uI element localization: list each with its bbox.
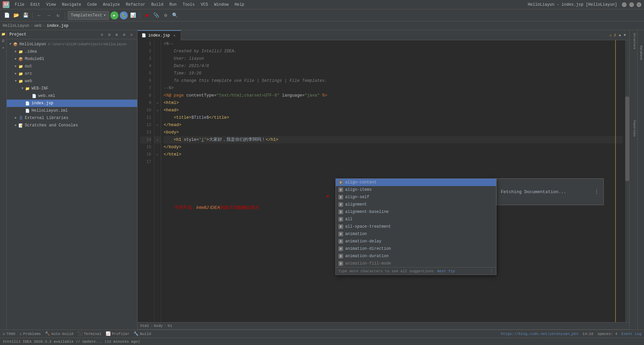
scroll-from-source-button[interactable]: ⊙	[99, 32, 105, 38]
menu-window[interactable]: Window	[211, 2, 231, 8]
ac-item-10[interactable]: p animation-duration	[336, 252, 496, 260]
menu-vcs[interactable]: VCS	[198, 2, 211, 8]
ac-item-0[interactable]: p align-content	[336, 179, 496, 186]
minimize-button[interactable]: —	[622, 2, 627, 7]
coverage-button[interactable]: 📊	[129, 11, 137, 19]
vscroll-thumb[interactable]	[625, 97, 629, 181]
ac-item-6[interactable]: p all-space-treatment	[336, 223, 496, 230]
ac-footer-menu-icon[interactable]: ⋮	[490, 269, 493, 273]
tree-out[interactable]: ► 📁 out	[7, 63, 137, 70]
main-area: 📁 ☰ ★ Project ⊙ ⊟ ⊞ ⚙ ✕ ▼ 📦 HelloLiayun …	[0, 30, 644, 330]
scroll-down-icon[interactable]: ▼	[623, 33, 627, 38]
tree-webxml[interactable]: ► 📄 web.xml	[7, 92, 137, 100]
breadcrumb-web[interactable]: web	[34, 23, 42, 28]
tree-webinf[interactable]: ▼ 📁 WEB-INF	[7, 85, 137, 92]
ac-item-2[interactable]: p align-self	[336, 193, 496, 201]
tree-src[interactable]: ► 📁 src	[7, 70, 137, 77]
tree-ext-libs[interactable]: ► 🗄 External Libraries	[7, 114, 137, 122]
forward-button[interactable]: →	[45, 11, 53, 19]
event-log-button[interactable]: Event Log	[622, 332, 641, 336]
tree-scratches[interactable]: ► 📝 Scratches and Consoles	[7, 122, 137, 129]
run-config-dropdown[interactable]: TemplatesTest ▾	[68, 11, 109, 20]
menu-edit[interactable]: Edit	[28, 2, 43, 8]
menu-tools[interactable]: Tools	[180, 2, 198, 8]
tree-web[interactable]: ▼ 📁 web	[7, 77, 137, 85]
ac-item-4[interactable]: p alignment-baseline	[336, 208, 496, 216]
menu-analyze[interactable]: Analyze	[100, 2, 122, 8]
debug-button[interactable]: 🐛	[120, 11, 128, 19]
menu-navigate[interactable]: Navigate	[59, 2, 84, 8]
terminal-button[interactable]: ⬛ Terminal	[77, 331, 102, 336]
todo-button[interactable]: ☑ TODO	[3, 331, 15, 336]
status-link[interactable]: https://blog.csdn.net/yerenyuan_pkn	[501, 332, 578, 336]
left-sidebar-icons: 📁 ☰ ★	[0, 30, 7, 330]
collapse-all-button[interactable]: ⊟	[106, 32, 112, 38]
expand-all-button[interactable]: ⊞	[114, 32, 120, 38]
menu-code[interactable]: Code	[85, 2, 100, 8]
editor-vscroll[interactable]	[625, 40, 629, 322]
next-tip-button[interactable]: Next Tip	[437, 269, 455, 273]
back-button[interactable]: ←	[35, 11, 43, 19]
menu-refactor[interactable]: Refactor	[123, 2, 148, 8]
path-body[interactable]: body	[154, 324, 163, 328]
tree-root[interactable]: ▼ 📦 HelloLiayun C:\Users\32120\IdeaProje…	[7, 41, 137, 48]
path-html[interactable]: html	[140, 324, 149, 328]
tree-indexjsp[interactable]: ► 📄 index.jsp	[7, 100, 137, 107]
save-button[interactable]: 💾	[21, 11, 30, 19]
ac-item-7[interactable]: p animation	[336, 230, 496, 238]
settings-button[interactable]: ⚙	[162, 11, 170, 19]
profiler-button[interactable]: 📈 Profiler	[106, 331, 130, 336]
menu-run[interactable]: Run	[167, 2, 179, 8]
structure-icon[interactable]: ☰	[1, 38, 6, 44]
favorites-icon[interactable]: ★	[1, 45, 6, 50]
structure-panel-button[interactable]: Structure	[630, 32, 637, 51]
ac-item-5[interactable]: p all	[336, 216, 496, 223]
menu-build[interactable]: Build	[149, 2, 166, 8]
ac-item-3[interactable]: p alignment	[336, 201, 496, 208]
editor-content[interactable]: 1 2 3 4 5 6 7 8 9 10 11 12 13 14 15 16 1…	[138, 40, 629, 322]
close-panel-button[interactable]: ✕	[128, 32, 135, 38]
tree-module01[interactable]: ► 📦 Module01	[7, 55, 137, 63]
close-button[interactable]: ✕	[637, 2, 641, 7]
run-button[interactable]: ▶	[110, 11, 118, 19]
search-everywhere-button[interactable]: 🔍	[171, 11, 179, 19]
stop-button[interactable]: ◼	[143, 11, 151, 19]
auto-build-button[interactable]: 🔨 Auto-build	[45, 331, 73, 336]
build-button[interactable]: 🔧 Build	[133, 331, 151, 336]
doc-panel-menu-icon[interactable]: ⋮	[594, 188, 599, 195]
project-panel-icon[interactable]: 📁	[1, 32, 6, 37]
open-button[interactable]: 📂	[12, 11, 20, 19]
database-panel-label[interactable]: Database	[639, 44, 643, 62]
code-editor[interactable]: <%-- Created by IntelliJ IDEA. User: lia…	[161, 40, 625, 322]
scroll-up-icon[interactable]: ▲	[618, 33, 622, 38]
tab-close-button[interactable]: ✕	[172, 33, 177, 38]
maximize-button[interactable]: □	[629, 2, 634, 7]
project-settings-button[interactable]: ⚙	[121, 32, 127, 38]
code-line-8: <%@ page contentType="text/html;charset=…	[164, 92, 623, 99]
dropdown-arrow-icon: ▾	[104, 13, 106, 18]
ac-item-11[interactable]: p animation-fill-mode	[336, 260, 496, 267]
path-h1[interactable]: h1	[168, 324, 172, 328]
menu-file[interactable]: File	[12, 2, 27, 8]
new-file-button[interactable]: 📄	[3, 11, 11, 19]
tree-idea[interactable]: ► 📁 .idea	[7, 48, 137, 55]
ac-item-1[interactable]: p align-items	[336, 186, 496, 193]
attach-button[interactable]: 📎	[152, 11, 160, 19]
terminal-label: Terminal	[84, 332, 102, 336]
breadcrumb-file[interactable]: index.jsp	[47, 23, 68, 28]
warnings-badge[interactable]: ⚠ 2	[609, 32, 617, 38]
ac-item-8[interactable]: p animation-delay	[336, 238, 496, 245]
ac-item-9[interactable]: p animation-direction	[336, 245, 496, 252]
breadcrumb-project[interactable]: HelloLiayun	[3, 23, 29, 28]
status-bar: ☑ TODO ⚠ Problems 🔨 Auto-build ⬛ Termina…	[0, 330, 644, 338]
menu-view[interactable]: View	[44, 2, 59, 8]
tree-iml[interactable]: ► 📄 HelloLiayun.iml	[7, 107, 137, 114]
ac-label-4: alignment-baseline	[345, 210, 389, 214]
problems-button[interactable]: ⚠ Problems	[19, 331, 41, 336]
refresh-button[interactable]: ↻	[54, 11, 62, 19]
menu-help[interactable]: Help	[232, 2, 247, 8]
tab-indexjsp[interactable]: 📄 index.jsp ✕	[138, 30, 181, 40]
src-label: src	[25, 71, 32, 76]
project-root-label: HelloLiayun	[19, 42, 46, 47]
favorites-panel-button[interactable]: Favorites	[630, 119, 637, 138]
